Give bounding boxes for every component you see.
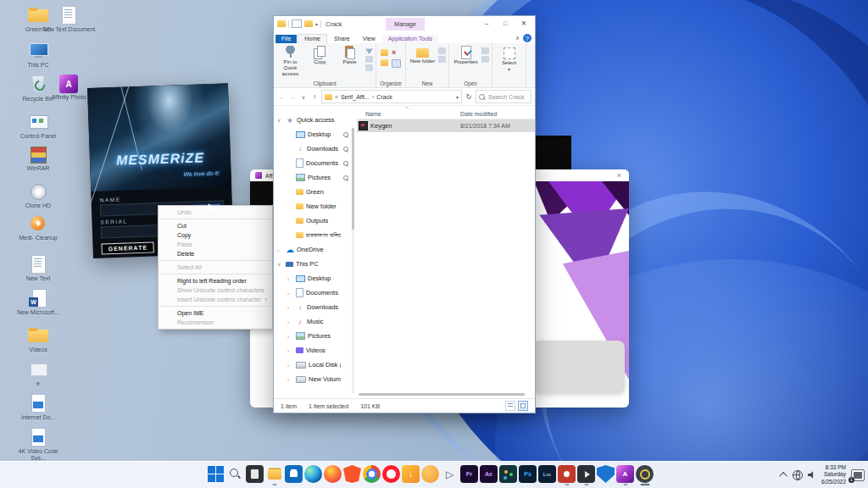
context-menu-item[interactable]: [159, 260, 271, 261]
desktop-icon-video-code[interactable]: 4K Video Code Sys...: [8, 427, 68, 462]
expander-chevron-icon[interactable]: ›: [287, 276, 293, 281]
up-icon[interactable]: [310, 93, 319, 101]
breadcrumb-root[interactable]: Serif_Affi...: [341, 94, 370, 100]
context-menu-item[interactable]: Reconversion: [159, 318, 272, 327]
tab-home[interactable]: Home: [298, 34, 327, 43]
new-folder-button[interactable]: New folder: [409, 46, 437, 79]
desktop-icon-e-file[interactable]: e: [8, 359, 68, 387]
sidebar-item[interactable]: › Music: [274, 314, 352, 329]
search-box[interactable]: [476, 90, 531, 103]
column-header-name[interactable]: Name: [365, 111, 381, 117]
edge-icon[interactable]: [304, 465, 322, 483]
opera-icon[interactable]: [382, 465, 400, 483]
generate-button[interactable]: GENERATE: [101, 241, 154, 254]
sidebar-item[interactable]: › Documents: [274, 286, 352, 300]
horizontal-scrollbar[interactable]: [359, 393, 525, 396]
ribbon-collapse-icon[interactable]: [515, 34, 520, 42]
sidebar-item[interactable]: ∨ This PC: [274, 257, 352, 271]
context-menu-item[interactable]: Delete: [159, 249, 272, 258]
sidebar-item[interactable]: ∨ Quick access: [274, 113, 352, 127]
tab-application-tools[interactable]: Application Tools: [382, 35, 438, 43]
pin-to-quick-access-button[interactable]: Pin to Quick access: [276, 46, 304, 79]
search-input[interactable]: [487, 93, 528, 101]
column-header-date-modified[interactable]: Date modified: [460, 111, 497, 117]
installer-close-icon[interactable]: ×: [615, 172, 624, 180]
expander-chevron-icon[interactable]: ›: [287, 319, 293, 324]
potplayer-icon[interactable]: [636, 465, 654, 483]
context-menu-item[interactable]: [159, 274, 271, 274]
tab-share[interactable]: Share: [328, 35, 356, 43]
tab-file[interactable]: File: [275, 35, 297, 43]
context-menu-item[interactable]: Select All: [159, 263, 272, 272]
quick-toolbar-caret-icon[interactable]: [315, 20, 318, 28]
expander-chevron-icon[interactable]: ›: [287, 291, 293, 296]
notification-icon[interactable]: 1: [851, 469, 865, 481]
context-menu-item[interactable]: Insert Unicode control character ›: [159, 295, 272, 304]
move-to-icon[interactable]: [381, 49, 388, 56]
lightroom-icon[interactable]: Lrc: [538, 465, 556, 483]
desktop-icon-new-text-document[interactable]: New Text Document: [39, 5, 98, 33]
desktop-icon-clone-hd[interactable]: Clone HD: [8, 181, 68, 209]
tab-view[interactable]: View: [357, 35, 381, 43]
context-menu-item[interactable]: Show Unicode control characters: [159, 286, 272, 295]
details-view-button[interactable]: [505, 401, 515, 411]
premiere-pro-icon[interactable]: Pr: [460, 465, 478, 483]
expander-chevron-icon[interactable]: ›: [287, 305, 293, 310]
delete-icon[interactable]: [392, 49, 399, 56]
downloader-icon[interactable]: [402, 465, 420, 483]
tray-overflow-chevron-icon[interactable]: [779, 472, 787, 480]
sidebar-item[interactable]: Pictures: [274, 170, 352, 185]
desktop-icon-videos-folder[interactable]: Videos: [8, 325, 68, 353]
rename-icon[interactable]: [392, 59, 401, 68]
sidebar-item[interactable]: › Videos: [274, 343, 352, 358]
breadcrumb-overflow-icon[interactable]: «: [335, 94, 338, 100]
context-menu-item[interactable]: Open IME: [159, 308, 272, 318]
copy-button[interactable]: Copy: [306, 46, 334, 79]
file-row[interactable]: Keygen 8/21/2018 7:34 AM: [357, 119, 535, 132]
expander-chevron-icon[interactable]: ›: [287, 363, 293, 368]
sidebar-item[interactable]: › OneDrive: [274, 242, 352, 257]
history-dropdown-icon[interactable]: [299, 93, 308, 101]
properties-quick-icon[interactable]: [292, 19, 302, 28]
easy-access-icon[interactable]: [438, 56, 446, 63]
sidebar-item[interactable]: › Desktop: [274, 271, 352, 286]
copy-to-icon[interactable]: [381, 59, 388, 66]
sidebar-item[interactable]: › Local Disk (C:): [274, 358, 352, 372]
sidebar-item[interactable]: › Pictures: [274, 329, 352, 343]
context-menu-item[interactable]: Cut: [159, 221, 272, 230]
start-button[interactable]: [207, 465, 225, 483]
desktop-icon-new-word-document[interactable]: W New Microsoft...: [8, 288, 68, 316]
new-folder-quick-icon[interactable]: [304, 20, 313, 27]
properties-button[interactable]: Properties: [452, 46, 480, 79]
expander-chevron-icon[interactable]: ›: [287, 348, 293, 353]
folder-icon[interactable]: [277, 20, 286, 27]
sidebar-item[interactable]: › New Volume (D: [274, 372, 352, 386]
node-app-icon[interactable]: [499, 465, 517, 483]
network-icon[interactable]: [793, 470, 803, 480]
desktop-icon-control-panel[interactable]: Control Panel: [8, 112, 68, 140]
copy-path-icon[interactable]: [365, 56, 373, 63]
back-icon[interactable]: [277, 93, 286, 101]
brave-icon[interactable]: [343, 465, 361, 483]
context-menu-item[interactable]: Paste: [159, 240, 272, 249]
media-player-icon[interactable]: [577, 465, 595, 483]
desktop-icon-internet-video[interactable]: Internet Do...: [8, 393, 68, 421]
sidebar-item[interactable]: New folder: [274, 199, 352, 214]
sidebar-item[interactable]: › Downloads: [274, 300, 352, 314]
expander-chevron-icon[interactable]: ›: [287, 334, 293, 339]
explorer-title-bar[interactable]: Crack Manage: [274, 16, 535, 31]
desktop-icon-new-text[interactable]: New Text: [8, 254, 68, 282]
minimize-button[interactable]: [477, 18, 496, 29]
chrome-icon[interactable]: [363, 465, 381, 483]
forward-icon[interactable]: [288, 93, 297, 101]
sidebar-item[interactable]: চাকফালশন বালিত: [274, 228, 352, 242]
thumbnail-view-button[interactable]: [518, 401, 528, 411]
select-button[interactable]: Select: [495, 46, 523, 79]
context-menu-item[interactable]: [159, 306, 271, 307]
context-menu-item[interactable]: Right to left Reading order: [159, 276, 272, 286]
search-icon[interactable]: [226, 465, 244, 483]
context-menu-item[interactable]: Undo: [159, 208, 272, 217]
desktop-icon-winrar[interactable]: WinRAR: [8, 144, 68, 172]
sidebar-item[interactable]: Desktop: [274, 127, 352, 141]
cut-icon[interactable]: [365, 47, 373, 54]
